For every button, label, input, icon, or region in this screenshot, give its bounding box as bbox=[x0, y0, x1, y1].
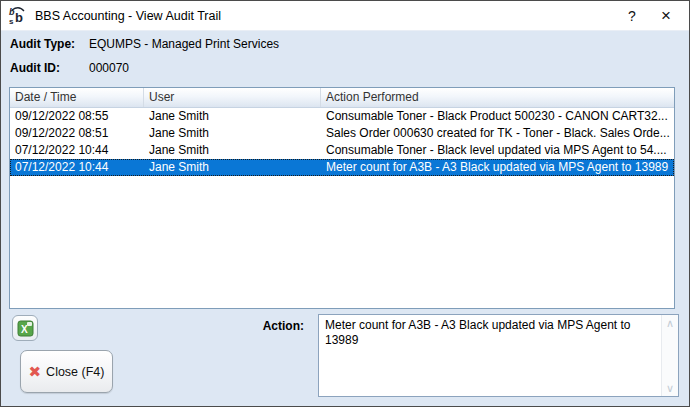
cell-date: 07/12/2022 10:44 bbox=[10, 159, 144, 176]
table-row-selected[interactable]: 07/12/2022 10:44 Jane Smith Meter count … bbox=[10, 159, 674, 176]
cell-action: Meter count for A3B - A3 Black updated v… bbox=[321, 159, 674, 176]
cell-action: Consumable Toner - Black Product 500230 … bbox=[321, 108, 674, 125]
column-header-user[interactable]: User bbox=[144, 88, 321, 107]
cell-date: 09/12/2022 08:51 bbox=[10, 125, 144, 142]
action-label: Action: bbox=[181, 319, 304, 333]
export-to-excel-button[interactable]: X bbox=[12, 315, 38, 341]
cell-date: 07/12/2022 10:44 bbox=[10, 142, 144, 159]
audit-type-value: EQUMPS - Managed Print Services bbox=[89, 37, 279, 51]
audit-trail-table: Date / Time User Action Performed 09/12/… bbox=[9, 87, 675, 309]
table-row[interactable]: 09/12/2022 08:55 Jane Smith Consumable T… bbox=[10, 108, 674, 125]
cell-user: Jane Smith bbox=[144, 108, 321, 125]
column-header-action-performed[interactable]: Action Performed bbox=[321, 88, 674, 107]
cell-user: Jane Smith bbox=[144, 142, 321, 159]
cell-action: Sales Order 000630 created for TK - Tone… bbox=[321, 125, 674, 142]
cell-action: Consumable Toner - Black level updated v… bbox=[321, 142, 674, 159]
table-row[interactable]: 07/12/2022 10:44 Jane Smith Consumable T… bbox=[10, 142, 674, 159]
red-x-icon: ✖ bbox=[29, 364, 42, 379]
cell-user: Jane Smith bbox=[144, 159, 321, 176]
close-button-label: Close (F4) bbox=[46, 365, 104, 379]
svg-text:X: X bbox=[21, 324, 28, 335]
cell-date: 09/12/2022 08:55 bbox=[10, 108, 144, 125]
svg-text:s: s bbox=[9, 17, 14, 26]
action-textbox[interactable]: Meter count for A3B - A3 Black updated v… bbox=[318, 314, 679, 397]
bbs-logo-icon: b s b bbox=[8, 6, 28, 26]
table-row[interactable]: 09/12/2022 08:51 Jane Smith Sales Order … bbox=[10, 125, 674, 142]
title-bar: b s b BBS Accounting - View Audit Trail … bbox=[1, 1, 689, 31]
audit-id-label: Audit ID: bbox=[10, 61, 89, 75]
window-title: BBS Accounting - View Audit Trail bbox=[35, 9, 615, 23]
audit-type-row: Audit Type: EQUMPS - Managed Print Servi… bbox=[10, 37, 279, 51]
action-scrollbar[interactable]: ∧ ∨ bbox=[661, 315, 678, 396]
audit-type-label: Audit Type: bbox=[10, 37, 89, 51]
audit-trail-dialog: b s b BBS Accounting - View Audit Trail … bbox=[0, 0, 690, 407]
cell-user: Jane Smith bbox=[144, 125, 321, 142]
audit-id-row: Audit ID: 000070 bbox=[10, 61, 129, 75]
window-close-button[interactable]: × bbox=[649, 1, 683, 30]
help-button[interactable]: ? bbox=[615, 1, 649, 30]
close-f4-button[interactable]: ✖ Close (F4) bbox=[20, 350, 113, 393]
table-header: Date / Time User Action Performed bbox=[10, 88, 674, 108]
scroll-down-icon[interactable]: ∨ bbox=[666, 382, 674, 394]
action-text: Meter count for A3B - A3 Black updated v… bbox=[319, 315, 661, 396]
audit-id-value: 000070 bbox=[89, 61, 129, 75]
svg-text:b: b bbox=[15, 10, 23, 25]
column-header-date-time[interactable]: Date / Time bbox=[10, 88, 144, 107]
excel-icon: X bbox=[17, 320, 34, 337]
scroll-up-icon[interactable]: ∧ bbox=[666, 317, 674, 329]
